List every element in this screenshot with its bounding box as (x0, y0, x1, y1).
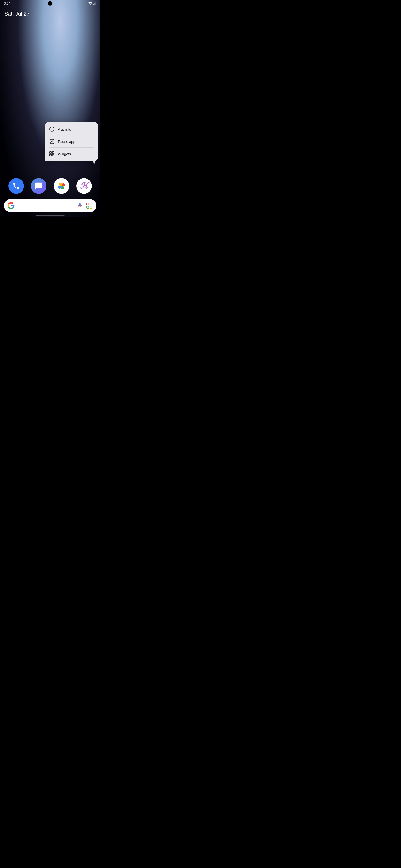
menu-item-widgets-label: Widgets (58, 152, 71, 156)
status-icons (88, 2, 96, 5)
menu-item-app-info-label: App info (58, 127, 71, 131)
info-circle-icon (49, 126, 55, 132)
wifi-icon (88, 2, 92, 5)
photos-icon (57, 181, 66, 191)
svg-rect-11 (87, 203, 89, 205)
context-menu: App info Pause app Widgets (45, 122, 98, 161)
svg-rect-0 (93, 4, 94, 5)
signal-icon (93, 2, 96, 5)
google-lens-icon[interactable] (86, 203, 93, 209)
status-bar: 3:34 (0, 0, 100, 7)
svg-rect-14 (90, 206, 92, 208)
app-hallmark[interactable]: ℋ (76, 178, 92, 194)
hallmark-h-icon: ℋ (80, 182, 88, 190)
home-indicator (36, 215, 65, 216)
svg-rect-7 (50, 152, 51, 153)
dock: ℋ (0, 178, 100, 194)
svg-rect-12 (90, 203, 92, 205)
microphone-icon[interactable] (77, 203, 83, 209)
svg-rect-3 (96, 2, 96, 5)
svg-rect-13 (87, 206, 89, 208)
hourglass-icon (49, 139, 55, 144)
app-photos[interactable] (54, 178, 69, 194)
menu-item-app-info[interactable]: App info (45, 123, 98, 135)
search-bar[interactable] (4, 199, 96, 212)
messages-icon (35, 182, 43, 190)
app-messages[interactable] (31, 178, 47, 194)
svg-rect-9 (50, 154, 51, 156)
search-right-icons (77, 203, 93, 209)
google-logo-icon (8, 202, 14, 209)
app-phone[interactable] (8, 178, 24, 194)
svg-rect-1 (94, 3, 95, 5)
menu-item-pause-app-label: Pause app (58, 140, 75, 144)
svg-rect-2 (95, 3, 95, 5)
svg-rect-8 (52, 152, 54, 153)
widgets-icon (49, 151, 55, 156)
date-label: Sat, Jul 27 (4, 11, 30, 17)
phone-icon (12, 182, 20, 190)
svg-rect-10 (52, 154, 54, 156)
status-time: 3:34 (4, 1, 10, 5)
menu-item-widgets[interactable]: Widgets (45, 148, 98, 160)
menu-item-pause-app[interactable]: Pause app (45, 135, 98, 148)
camera-cutout-icon (48, 1, 52, 6)
